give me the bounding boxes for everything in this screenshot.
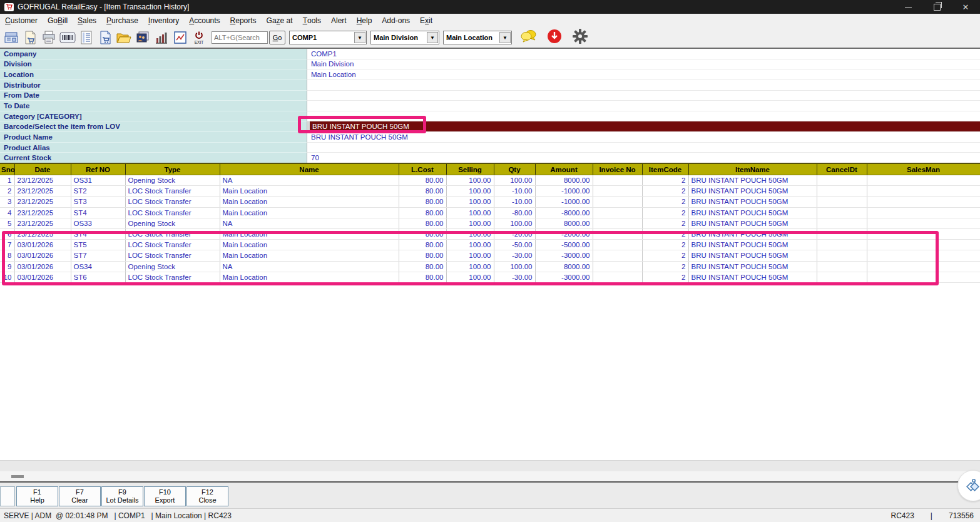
menu-item-exit[interactable]: Exit bbox=[415, 14, 437, 28]
restore-button[interactable] bbox=[922, 0, 951, 14]
f12-close-button[interactable]: F12Close bbox=[186, 486, 228, 506]
exit-icon[interactable]: EXIT bbox=[190, 29, 208, 46]
table-cell: 23/12/2025 bbox=[14, 197, 71, 207]
form-value[interactable] bbox=[307, 111, 980, 122]
table-cell: 2 bbox=[642, 250, 688, 261]
column-header-name[interactable]: Name bbox=[220, 163, 399, 175]
horizontal-scrollbar[interactable] bbox=[0, 471, 980, 481]
function-key: F7 bbox=[76, 488, 84, 496]
menu-item-reports[interactable]: Reports bbox=[225, 14, 262, 28]
table-cell: 10 bbox=[0, 272, 14, 282]
sales-return-icon[interactable] bbox=[21, 29, 39, 46]
division-select[interactable]: Main Division ▼ bbox=[370, 31, 439, 44]
table-cell: BRU INSTANT POUCH 50GM bbox=[688, 186, 817, 197]
table-row[interactable]: 223/12/2025ST2LOC Stock TransferMain Loc… bbox=[0, 186, 980, 197]
chevron-down-icon[interactable]: ▼ bbox=[354, 32, 365, 43]
menu-item-gaze-at[interactable]: Gaze at bbox=[262, 14, 298, 28]
f1-help-button[interactable]: F1Help bbox=[16, 486, 58, 506]
location-select[interactable]: Main Location ▼ bbox=[443, 31, 512, 44]
chevron-down-icon[interactable]: ▼ bbox=[427, 32, 438, 43]
table-cell: 80.00 bbox=[399, 207, 446, 218]
column-header-canceldt[interactable]: CancelDt bbox=[817, 163, 867, 175]
table-cell: -20.00 bbox=[494, 228, 535, 239]
table-cell bbox=[817, 272, 867, 282]
form-label: Current Stock bbox=[0, 153, 307, 163]
form-value[interactable]: COMP1 bbox=[307, 49, 980, 59]
function-key: F9 bbox=[118, 488, 126, 496]
menu-item-alert[interactable]: Alert bbox=[326, 14, 352, 28]
chat-icon[interactable] bbox=[521, 29, 537, 46]
form-label: Division bbox=[0, 59, 307, 70]
column-header-type[interactable]: Type bbox=[125, 163, 220, 175]
column-header-qty[interactable]: Qty bbox=[494, 163, 535, 175]
table-row[interactable]: 323/12/2025ST3LOC Stock TransferMain Loc… bbox=[0, 197, 980, 207]
report-chart-icon[interactable] bbox=[171, 29, 189, 46]
f9-lot-details-button[interactable]: F9Lot Details bbox=[101, 486, 143, 506]
menu-item-customer[interactable]: Customer bbox=[0, 14, 43, 28]
menu-item-gobill[interactable]: GoBill bbox=[43, 14, 73, 28]
table-cell: 23/12/2025 bbox=[14, 218, 71, 228]
form-value[interactable]: Main Division bbox=[307, 59, 980, 70]
column-header-date[interactable]: Date bbox=[14, 163, 71, 175]
table-row[interactable]: 703/01/2026ST5LOC Stock TransferMain Loc… bbox=[0, 240, 980, 250]
table-row[interactable]: 523/12/2025OS33Opening StockNA80.00100.0… bbox=[0, 218, 980, 228]
form-value[interactable]: BRU INSTANT POUCH 50GM bbox=[307, 132, 980, 143]
table-row[interactable]: 623/12/2025ST4LOC Stock TransferMain Loc… bbox=[0, 228, 980, 239]
sales-bill-icon[interactable] bbox=[3, 29, 20, 46]
column-header-salesman[interactable]: SalesMan bbox=[867, 163, 980, 175]
barcode-lov-field[interactable]: BRU INSTANT POUCH 50GM bbox=[307, 121, 980, 132]
minimize-button[interactable] bbox=[894, 0, 922, 14]
table-row[interactable]: 1003/01/2026ST6LOC Stock TransferMain Lo… bbox=[0, 272, 980, 282]
table-row[interactable]: 903/01/2026OS34Opening StockNA80.00100.0… bbox=[0, 261, 980, 272]
form-value[interactable]: 70 bbox=[307, 153, 980, 163]
menu-item-add-ons[interactable]: Add-ons bbox=[377, 14, 415, 28]
menu-item-tools[interactable]: Tools bbox=[298, 14, 326, 28]
form-label: Distributor bbox=[0, 80, 307, 91]
column-header-ref-no[interactable]: Ref NO bbox=[71, 163, 125, 175]
column-header-amount[interactable]: Amount bbox=[535, 163, 593, 175]
f10-export-button[interactable]: F10Export bbox=[144, 486, 186, 506]
menu-item-help[interactable]: Help bbox=[352, 14, 377, 28]
title-bar: GOFRUGAL RetailEasy - [Item Transaction … bbox=[0, 0, 980, 14]
table-row[interactable]: 423/12/2025ST4LOC Stock TransferMain Loc… bbox=[0, 207, 980, 218]
bar-chart-icon[interactable] bbox=[153, 29, 170, 46]
company-select[interactable]: COMP1 ▼ bbox=[289, 31, 367, 44]
go-button[interactable]: Go bbox=[269, 31, 285, 44]
settings-gear-icon[interactable] bbox=[572, 28, 588, 47]
form-row: LocationMain Location bbox=[0, 69, 980, 80]
table-cell: Main Location bbox=[220, 228, 399, 239]
form-value[interactable] bbox=[307, 143, 980, 153]
column-header-invoice-no[interactable]: Invoice No bbox=[593, 163, 642, 175]
table-cell bbox=[867, 240, 980, 250]
column-header-l-cost[interactable]: L.Cost bbox=[399, 163, 446, 175]
table-cell: 2 bbox=[642, 272, 688, 282]
menu-item-accounts[interactable]: Accounts bbox=[184, 14, 225, 28]
chevron-down-icon[interactable]: ▼ bbox=[499, 32, 511, 43]
f7-clear-button[interactable]: F7Clear bbox=[59, 486, 101, 506]
open-folder-icon[interactable] bbox=[115, 29, 133, 46]
table-cell: -30.00 bbox=[494, 272, 535, 282]
form-value[interactable]: Main Location bbox=[307, 69, 980, 80]
column-header-itemname[interactable]: ItemName bbox=[688, 163, 817, 175]
close-button[interactable]: ✕ bbox=[951, 0, 980, 14]
scrollbar-thumb[interactable] bbox=[11, 475, 24, 478]
table-row[interactable]: 803/01/2026ST7LOC Stock TransferMain Loc… bbox=[0, 250, 980, 261]
barcode-icon[interactable] bbox=[59, 29, 76, 46]
form-value[interactable] bbox=[307, 101, 980, 111]
purchase-icon[interactable] bbox=[96, 29, 114, 46]
column-header-selling[interactable]: Selling bbox=[446, 163, 494, 175]
form-value[interactable] bbox=[307, 80, 980, 91]
customers-icon[interactable] bbox=[134, 29, 151, 46]
column-header-sno[interactable]: Sno bbox=[0, 163, 14, 175]
column-header-itemcode[interactable]: ItemCode bbox=[642, 163, 688, 175]
download-icon[interactable] bbox=[547, 29, 562, 46]
search-input[interactable] bbox=[212, 31, 268, 44]
menu-item-inventory[interactable]: Inventory bbox=[143, 14, 184, 28]
menu-item-sales[interactable]: Sales bbox=[73, 14, 101, 28]
stock-list-icon[interactable] bbox=[78, 29, 95, 46]
menu-item-purchase[interactable]: Purchase bbox=[101, 14, 143, 28]
table-cell bbox=[817, 175, 867, 186]
table-row[interactable]: 123/12/2025OS31Opening StockNA80.00100.0… bbox=[0, 175, 980, 186]
form-value[interactable] bbox=[307, 91, 980, 101]
print-icon[interactable] bbox=[40, 29, 58, 46]
